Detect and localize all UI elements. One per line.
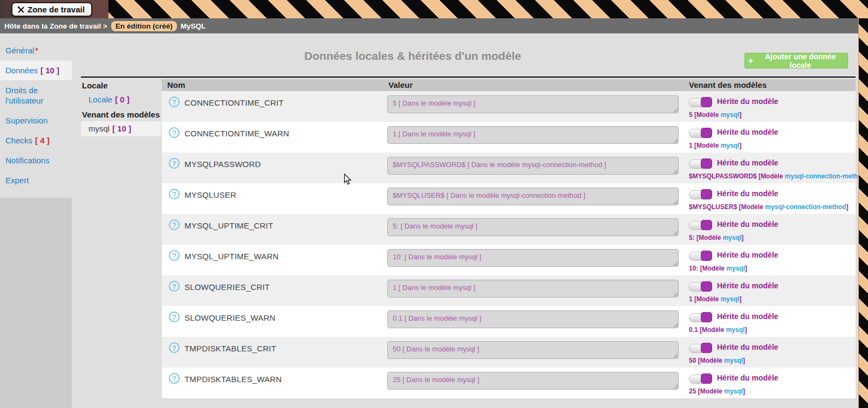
add-local-data-button-label: Ajouter une donnée locale (756, 52, 844, 70)
filter-item-locale[interactable]: Locale[ 0 ] (81, 92, 161, 107)
inherit-toggle[interactable] (689, 190, 712, 199)
origin-cell: Hérite du modèle 25 [Modèle mysql] (689, 368, 851, 398)
sidebar-item-expert[interactable]: Expert (0, 170, 72, 190)
inherit-toggle-knob (701, 343, 712, 353)
help-icon[interactable]: ? (169, 127, 180, 138)
table-row: ? TMPDISKTABLES_CRIT Hérite du modèle 50… (162, 337, 856, 368)
origin-model-link[interactable]: mysql (726, 326, 745, 334)
help-icon[interactable]: ? (169, 219, 180, 230)
add-local-data-button[interactable]: + Ajouter une donnée locale (744, 53, 848, 68)
value-input[interactable] (387, 341, 679, 359)
value-input[interactable] (387, 157, 679, 175)
value-input[interactable] (387, 249, 679, 267)
origin-suffix: ] (744, 326, 747, 334)
inherit-toggle-knob (701, 374, 712, 384)
sidebar-item-g-n-ral[interactable]: Général* (0, 40, 72, 60)
table-header: Nom Valeur Venant des modèles (162, 79, 856, 91)
inherit-toggle-label: Hérite du modèle (717, 97, 778, 106)
inherit-toggle[interactable] (689, 221, 712, 230)
filter-item-mysql-count: [ 10 ] (112, 124, 131, 133)
value-input[interactable] (387, 95, 679, 113)
breadcrumb-state-badge: En édition (créé) (111, 21, 177, 31)
origin-cell: Hérite du modèle 0.1 [Modèle mysql] (689, 306, 851, 337)
help-icon[interactable]: ? (169, 342, 180, 353)
app-root: Zone de travail Hôte dans la Zone de tra… (0, 0, 868, 408)
inherit-toggle[interactable] (689, 252, 712, 261)
origin-cell: Hérite du modèle 10: [Modèle mysql] (689, 245, 851, 275)
origin-cell: Hérite du modèle $MYSQLPASSWORD$ [Modèle… (689, 153, 851, 183)
column-header-venant: Venant des modèles (689, 80, 767, 89)
inherit-toggle[interactable] (689, 129, 712, 138)
origin-model-link[interactable]: mysql-connection-method (785, 172, 866, 180)
inherit-toggle[interactable] (689, 313, 712, 322)
sidebar-item-count: [ 10 ] (40, 66, 59, 75)
sidebar-footer (0, 198, 72, 408)
origin-model-link[interactable]: mysql (721, 142, 740, 149)
origin-model-link[interactable]: mysql (721, 111, 740, 119)
data-source-panel: Locale Locale[ 0 ] Venant des modèles my… (81, 78, 161, 136)
inherit-toggle-knob (701, 220, 712, 230)
data-name-label: TMPDISKTABLES_WARN (184, 375, 282, 384)
data-name-label: SLOWQUERIES_CRIT (184, 282, 270, 292)
filter-item-locale-count: [ 0 ] (115, 95, 129, 104)
origin-value: 10: [Modèle mysql] (689, 265, 747, 272)
inherit-toggle[interactable] (689, 160, 712, 169)
value-input[interactable] (387, 188, 679, 205)
inherit-toggle[interactable] (689, 344, 712, 353)
breadcrumb-host: MySQL (181, 22, 206, 30)
origin-model-link[interactable]: mysql (724, 388, 743, 395)
origin-value: 1 [Modèle mysql] (689, 142, 741, 149)
inherit-toggle[interactable] (689, 375, 712, 384)
sidebar-item-supervision[interactable]: Supervision (0, 110, 72, 130)
table-row: ? SLOWQUERIES_CRIT Hérite du modèle 1 [M… (162, 275, 856, 306)
breadcrumb-path: Hôte dans la Zone de travail > (4, 22, 107, 30)
inherit-toggle[interactable] (689, 282, 712, 292)
sidebar-item-checks[interactable]: Checks[ 4 ] (0, 130, 72, 150)
value-input[interactable] (387, 372, 679, 390)
origin-model-link[interactable]: mysql (724, 357, 743, 364)
origin-model-link[interactable]: mysql (721, 295, 740, 303)
filter-item-mysql[interactable]: mysql[ 10 ] (81, 121, 161, 136)
value-input[interactable] (387, 218, 679, 236)
origin-suffix: ] (743, 388, 745, 395)
help-icon[interactable]: ? (169, 96, 180, 107)
value-input[interactable] (387, 126, 679, 144)
sidebar-item-notifications[interactable]: Notifications (0, 150, 72, 170)
help-icon[interactable]: ? (169, 189, 180, 199)
origin-model-link[interactable]: mysql (726, 265, 745, 272)
origin-prefix: 1 [Modèle (689, 142, 721, 149)
inherit-toggle-label: Hérite du modèle (717, 251, 778, 259)
value-input[interactable] (387, 310, 679, 328)
inherit-toggle[interactable] (689, 98, 712, 107)
required-mark: * (35, 46, 38, 54)
data-name-label: MYSQL_UPTIME_CRIT (184, 221, 273, 230)
origin-model-link[interactable]: mysql (723, 234, 742, 241)
breadcrumb: Hôte dans la Zone de travail > En éditio… (0, 18, 859, 33)
origin-model-link[interactable]: mysql-connection-method (765, 203, 846, 211)
workspace-button[interactable]: Zone de travail (11, 2, 92, 17)
origin-value: 25 [Modèle mysql] (689, 388, 745, 395)
value-input[interactable] (387, 280, 679, 298)
help-icon[interactable]: ? (169, 373, 180, 384)
origin-prefix: 10: [Modèle (689, 265, 726, 272)
inherit-toggle-label: Hérite du modèle (717, 281, 778, 290)
data-name-label: TMPDISKTABLES_CRIT (184, 344, 276, 353)
sidebar-item-donn-es[interactable]: Données[ 10 ] (0, 60, 72, 80)
filter-item-mysql-label: mysql (88, 124, 110, 133)
table-row: ? MYSQLUSER Hérite du modèle $MYSQLUSER$… (162, 183, 856, 214)
inherit-toggle-knob (701, 251, 712, 261)
help-icon[interactable]: ? (169, 250, 180, 261)
sidebar-item-droits-de-l-utilisateur[interactable]: Droits de l'utilisateur (0, 80, 72, 110)
origin-suffix: ] (846, 203, 848, 211)
table-row: ? MYSQL_UPTIME_CRIT Hérite du modèle 5: … (162, 214, 856, 245)
help-icon[interactable]: ? (169, 281, 180, 292)
origin-prefix: 5 [Modèle (689, 111, 721, 119)
help-icon[interactable]: ? (169, 312, 180, 322)
inherit-toggle-knob (701, 312, 712, 322)
origin-value: $MYSQLPASSWORD$ [Modèle mysql-connection… (689, 172, 868, 180)
models-section-header: Venant des modèles (81, 107, 161, 121)
origin-cell: Hérite du modèle 5 [Modèle mysql] (689, 91, 851, 122)
right-hazard-border (858, 18, 868, 408)
origin-value: 1 [Modèle mysql] (689, 295, 741, 303)
help-icon[interactable]: ? (169, 158, 180, 169)
